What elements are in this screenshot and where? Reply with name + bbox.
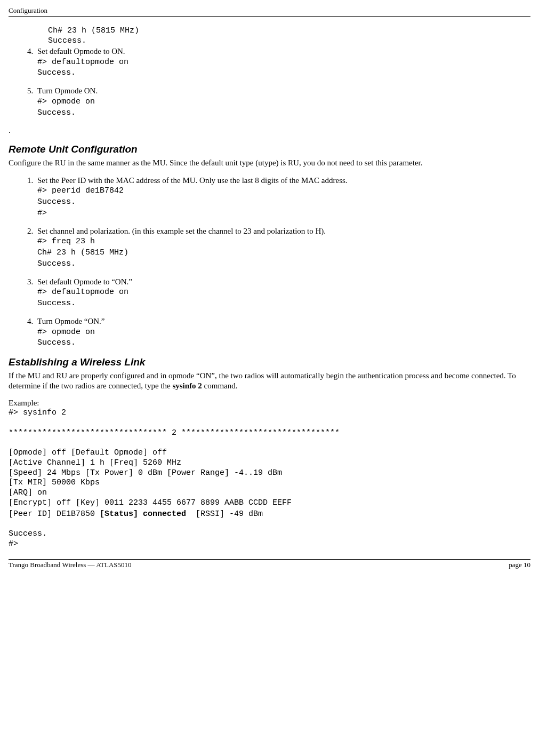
out7b: [RSSI] -49 dBm <box>186 510 263 519</box>
output-line: [Tx MIR] 50000 Kbps <box>9 478 530 488</box>
code-line: #> peerid de1B7842 <box>37 186 124 195</box>
section-heading-link: Establishing a Wireless Link <box>9 356 530 369</box>
section-heading-remote: Remote Unit Configuration <box>9 143 530 156</box>
list-item: Set the Peer ID with the MAC address of … <box>35 176 530 219</box>
step-text: Set default Opmode to ON. <box>37 47 125 55</box>
code-line: #> freq 23 h <box>37 237 95 246</box>
code-line: Success. <box>37 108 76 117</box>
step-text: Set default Opmode to “ON.” <box>37 277 132 286</box>
step-text: Turn Opmode “ON.” <box>37 317 105 325</box>
code-line: Success. <box>37 299 76 308</box>
section-intro: Configure the RU in the same manner as t… <box>9 158 530 168</box>
code-line: Success. <box>37 259 76 268</box>
sysinfo-cmd-ref: sysinfo 2 <box>172 381 202 390</box>
list-item: Set default Opmode to ON. #> defaultopmo… <box>35 46 530 78</box>
step-text: Set the Peer ID with the MAC address of … <box>37 176 348 185</box>
code-line: #> <box>37 209 47 218</box>
output-line: [ARQ] on <box>9 488 530 498</box>
code-line: Ch# 23 h (5815 MHz) <box>37 248 128 257</box>
example-cmd: #> sysinfo 2 <box>9 408 530 418</box>
ru-steps-list: Set the Peer ID with the MAC address of … <box>23 176 530 349</box>
output-success: Success. <box>9 529 530 539</box>
output-line: [Speed] 24 Mbps [Tx Power] 0 dBm [Power … <box>9 468 530 479</box>
code-line: Success. <box>48 36 530 46</box>
list-item: Set default Opmode to “ON.” #> defaultop… <box>35 277 530 309</box>
footer-right: page 10 <box>509 561 530 569</box>
output-line-status: [Peer ID] DE1B7850 [Status] connected [R… <box>9 508 530 520</box>
output-prompt: #> <box>9 539 530 550</box>
code-line: Success. <box>37 197 76 206</box>
p1-part-a: If the MU and RU are properly configured… <box>9 371 516 390</box>
footer-left: Trango Broadband Wireless — ATLAS5010 <box>9 561 132 569</box>
link-paragraph: If the MU and RU are properly configured… <box>9 371 530 391</box>
output-divider: ********************************* 2 ****… <box>9 428 530 439</box>
code-line: Ch# 23 h (5815 MHz) <box>48 26 530 36</box>
code-line: #> opmode on <box>37 328 95 337</box>
code-line: Success. <box>37 338 76 347</box>
list-item: Turn Opmode “ON.” #> opmode on Success. <box>35 316 530 348</box>
list-item: Set channel and polarization. (in this e… <box>35 226 530 269</box>
output-line: [Active Channel] 1 h [Freq] 5260 MHz <box>9 458 530 468</box>
step-text: Set channel and polarization. (in this e… <box>37 227 326 235</box>
header-rule <box>9 16 530 17</box>
footer-rule <box>9 559 530 560</box>
page-header: Configuration <box>9 6 530 15</box>
out7a: [Peer ID] DE1B7850 <box>9 510 100 519</box>
status-connected: [Status] connected <box>100 510 186 519</box>
page-footer: Trango Broadband Wireless — ATLAS5010 pa… <box>9 561 530 569</box>
list-item: Turn Opmode ON. #> opmode on Success. <box>35 86 530 118</box>
code-line: Success. <box>37 68 76 77</box>
step-text: Turn Opmode ON. <box>37 86 98 95</box>
p1-part-b: command. <box>202 381 238 390</box>
output-line: [Opmode] off [Default Opmode] off <box>9 448 530 458</box>
stray-period: . <box>9 125 530 136</box>
top-steps-list: Set default Opmode to ON. #> defaultopmo… <box>23 46 530 118</box>
code-line: #> defaultopmode on <box>37 288 128 297</box>
output-line: [Encrypt] off [Key] 0011 2233 4455 6677 … <box>9 498 530 508</box>
code-line: #> defaultopmode on <box>37 58 128 67</box>
code-line: #> opmode on <box>37 97 95 106</box>
example-label: Example: <box>9 398 530 408</box>
